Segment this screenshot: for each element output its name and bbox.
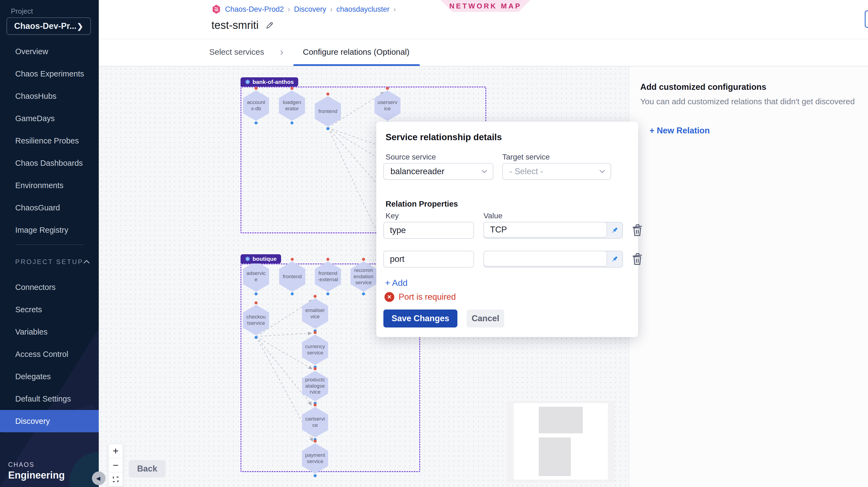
target-handle[interactable] <box>314 367 317 370</box>
trash-icon[interactable] <box>631 252 644 266</box>
service-node-frontend[interactable]: frontend <box>315 96 341 127</box>
target-handle[interactable] <box>362 258 365 261</box>
hexagon-shape: adservice <box>243 261 269 292</box>
target-handle[interactable] <box>255 301 258 304</box>
zoom-out-button[interactable]: − <box>108 458 123 472</box>
hexagon-shape: checkoutservice <box>243 305 269 335</box>
sidebar-item-delegates[interactable]: Delegates <box>0 365 99 388</box>
service-node-productcatalogservice[interactable]: productcatalogservice <box>302 371 328 401</box>
sidebar-item-gamedays[interactable]: GameDays <box>0 107 99 129</box>
sidebar-item-chaosguard[interactable]: ChaosGuard <box>0 196 99 219</box>
chevron-down-icon <box>599 168 605 173</box>
service-node-userservice[interactable]: userservice <box>374 90 401 121</box>
key-input-type[interactable] <box>383 222 474 239</box>
source-handle[interactable] <box>362 292 365 295</box>
source-handle[interactable] <box>314 474 317 477</box>
service-node-frontend-external[interactable]: frontend-external <box>315 261 341 292</box>
project-label: Project <box>11 7 33 16</box>
sidebar-item-discovery[interactable]: Discovery <box>0 410 99 432</box>
hexagon-shape: currencyservice <box>302 335 328 365</box>
sidebar-item-environments[interactable]: Environments <box>0 174 99 196</box>
service-node-emailservice[interactable]: emailservice <box>302 298 328 329</box>
tab-configure-relations[interactable]: Configure relations (Optional) <box>303 48 409 57</box>
breadcrumb-link-cluster[interactable]: chaosdaycluster <box>336 5 390 13</box>
trash-icon[interactable] <box>631 223 644 237</box>
back-button[interactable]: Back <box>129 460 166 478</box>
add-property-link[interactable]: + Add <box>385 278 408 288</box>
source-handle[interactable] <box>255 292 258 295</box>
breadcrumb-separator: › <box>393 5 396 13</box>
source-handle[interactable] <box>291 292 294 295</box>
page-title: test-smriti <box>211 19 258 31</box>
service-node-checkoutservice[interactable]: checkoutservice <box>243 305 269 335</box>
breadcrumb-link-discovery[interactable]: Discovery <box>294 5 326 13</box>
source-service-label: Source service <box>385 153 436 161</box>
edit-pencil-icon[interactable] <box>265 21 274 30</box>
pin-button[interactable] <box>607 222 622 238</box>
target-handle[interactable] <box>314 403 317 406</box>
sidebar-item-chaos-dashboards[interactable]: Chaos Dashboards <box>0 152 99 174</box>
target-handle[interactable] <box>290 87 293 90</box>
hexagon-shape: accounts-db <box>243 90 269 121</box>
cancel-button[interactable]: Cancel <box>467 309 504 328</box>
target-handle[interactable] <box>314 439 317 443</box>
sidebar-item-default-settings[interactable]: Default Settings <box>0 388 99 410</box>
customized-configurations-panel: Add customized configurations You can ad… <box>629 66 868 487</box>
service-node-loadgenerator[interactable]: loadgenerator <box>279 90 305 121</box>
target-service-select[interactable]: - Select - <box>502 163 611 180</box>
zoom-in-button[interactable]: + <box>108 444 123 458</box>
breadcrumb-link-account[interactable]: Chaos-Dev-Prod2 <box>225 5 284 13</box>
sidebar-item-variables[interactable]: Variables <box>0 321 99 343</box>
target-handle[interactable] <box>314 295 317 298</box>
source-service-select[interactable]: balancereader <box>383 163 493 180</box>
save-changes-button[interactable]: Save Changes <box>383 309 457 328</box>
cluster-label-bank-of-anthos[interactable]: bank-of-anthos <box>241 77 298 87</box>
validation-error: ✕ Port is required <box>384 292 456 302</box>
service-node-cartservice[interactable]: cartservice <box>302 407 328 437</box>
service-node-frontend[interactable]: frontend <box>279 261 305 292</box>
pin-button[interactable] <box>607 251 622 267</box>
brand-logo: CHAOS Engineering <box>8 461 65 481</box>
value-input-port[interactable] <box>484 251 607 267</box>
sidebar-item-chaoshubs[interactable]: ChaosHubs <box>0 85 99 107</box>
modal-title: Service relationship details <box>385 132 502 142</box>
service-node-currencyservice[interactable]: currencyservice <box>302 335 328 365</box>
fullscreen-button[interactable] <box>108 472 123 486</box>
service-node-adservice[interactable]: adservice <box>243 261 269 292</box>
hexagon-shape: userservice <box>374 90 401 121</box>
service-node-paymentservice[interactable]: paymentservice <box>302 443 328 474</box>
value-input-type[interactable] <box>484 222 607 238</box>
discard-button[interactable]: Discard <box>865 10 868 28</box>
source-handle[interactable] <box>327 292 330 295</box>
sidebar-item-overview[interactable]: Overview <box>0 40 99 63</box>
target-handle[interactable] <box>291 258 294 261</box>
source-handle[interactable] <box>290 121 293 124</box>
project-selector[interactable]: Chaos-Dev-Pr... ❯ <box>6 18 91 35</box>
sidebar-item-chaos-experiments[interactable]: Chaos Experiments <box>0 63 99 85</box>
target-handle[interactable] <box>327 93 330 96</box>
key-input-port[interactable] <box>383 251 474 268</box>
service-node-recommendationservice[interactable]: recommendationservice <box>350 261 377 292</box>
target-handle[interactable] <box>327 258 330 261</box>
cluster-label-boutique[interactable]: boutique <box>241 254 281 264</box>
source-handle[interactable] <box>327 127 330 130</box>
target-handle[interactable] <box>314 331 317 334</box>
source-handle[interactable] <box>255 121 258 124</box>
sidebar-item-image-registry[interactable]: Image Registry <box>0 219 99 241</box>
project-setup-section-header[interactable]: PROJECT SETUP <box>15 258 89 266</box>
target-handle[interactable] <box>255 87 258 90</box>
service-relationship-modal: Service relationship details Source serv… <box>376 122 638 337</box>
hexagon-shape: recommendationservice <box>350 261 377 292</box>
sidebar-item-access-control[interactable]: Access Control <box>0 343 99 365</box>
source-handle[interactable] <box>255 336 258 339</box>
sidebar-item-connectors[interactable]: Connectors <box>0 276 99 298</box>
service-node-accounts-db[interactable]: accounts-db <box>243 90 269 121</box>
tab-select-services[interactable]: Select services <box>209 48 264 57</box>
sidebar-collapse-button[interactable]: ◀ <box>92 471 105 485</box>
sidebar-nav-setup: ConnectorsSecretsVariablesAccess Control… <box>0 276 99 432</box>
new-relation-button[interactable]: + New Relation <box>650 126 710 135</box>
sidebar-item-secrets[interactable]: Secrets <box>0 298 99 321</box>
target-handle[interactable] <box>386 87 389 90</box>
minimap[interactable] <box>507 401 615 482</box>
sidebar-item-resilience-probes[interactable]: Resilience Probes <box>0 129 99 152</box>
